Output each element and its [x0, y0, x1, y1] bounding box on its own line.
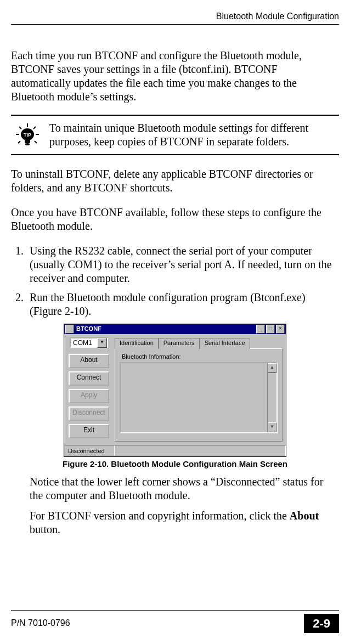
maximize-button: □	[266, 325, 275, 334]
intro-paragraph: Each time you run BTCONF and configure t…	[11, 49, 339, 104]
statusbar: Disconnected	[64, 445, 286, 456]
part-number: P/N 7010-0796	[11, 618, 70, 629]
tip-icon: TIP	[11, 122, 44, 148]
disconnect-button: Disconnect	[69, 406, 109, 421]
svg-line-6	[35, 141, 37, 143]
header-rule	[11, 24, 339, 25]
close-button[interactable]: ×	[276, 325, 285, 334]
svg-point-9	[25, 143, 30, 145]
scroll-up-icon[interactable]: ▲	[268, 363, 276, 373]
svg-line-1	[19, 127, 21, 129]
configure-intro: Once you have BTCONF available, follow t…	[11, 206, 339, 233]
apply-button: Apply	[69, 389, 109, 403]
page-number: 2-9	[304, 614, 339, 634]
connect-button[interactable]: Connect	[69, 371, 109, 386]
groupbox-label: Bluetooth Information:	[122, 353, 278, 361]
vertical-scrollbar[interactable]: ▲ ▼	[267, 363, 276, 432]
window-title: BTCONF	[76, 325, 255, 333]
exit-button[interactable]: Exit	[69, 424, 109, 438]
svg-line-2	[33, 127, 36, 129]
status-empty	[115, 445, 286, 456]
about-button[interactable]: About	[69, 354, 109, 368]
tab-panel: Bluetooth Information: ▲ ▼	[115, 348, 283, 442]
titlebar: BTCONF _ □ ×	[64, 324, 286, 334]
chevron-down-icon[interactable]: ▼	[97, 338, 107, 348]
com-port-value: COM1	[73, 339, 92, 347]
figure-caption: Figure 2-10. Bluetooth Module Configurat…	[11, 459, 339, 470]
tab-serial-interface[interactable]: Serial Interface	[200, 338, 250, 349]
tab-identification[interactable]: Identification	[115, 338, 159, 349]
btconf-window: BTCONF _ □ × COM1 ▼ About Connect Apply …	[64, 324, 286, 457]
tip-block: TIP To maintain unique Bluetooth module …	[11, 115, 339, 155]
bluetooth-info-box: ▲ ▼	[120, 362, 278, 433]
scroll-down-icon[interactable]: ▼	[268, 422, 276, 432]
svg-line-5	[18, 141, 20, 143]
uninstall-paragraph: To uninstall BTCONF, delete any applicab…	[11, 167, 339, 195]
about-hint-paragraph: For BTCONF version and copyright informa…	[26, 509, 339, 536]
step-2: Run the Bluetooth module configuration p…	[26, 291, 339, 318]
status-text: Disconnected	[64, 445, 115, 456]
footer-rule	[11, 610, 339, 611]
tip-text: To maintain unique Bluetooth module sett…	[44, 121, 339, 149]
svg-rect-8	[25, 139, 30, 143]
header-section: Bluetooth Module Configuration	[216, 12, 339, 21]
system-menu-icon[interactable]	[65, 325, 74, 334]
tab-parameters[interactable]: Parameters	[159, 338, 200, 349]
minimize-button[interactable]: _	[256, 325, 265, 334]
notice-paragraph: Notice that the lower left corner shows …	[26, 475, 339, 502]
com-port-select[interactable]: COM1 ▼	[70, 337, 108, 348]
tip-label: TIP	[24, 132, 31, 138]
step-1: Using the RS232 cable, connect the seria…	[26, 244, 339, 285]
